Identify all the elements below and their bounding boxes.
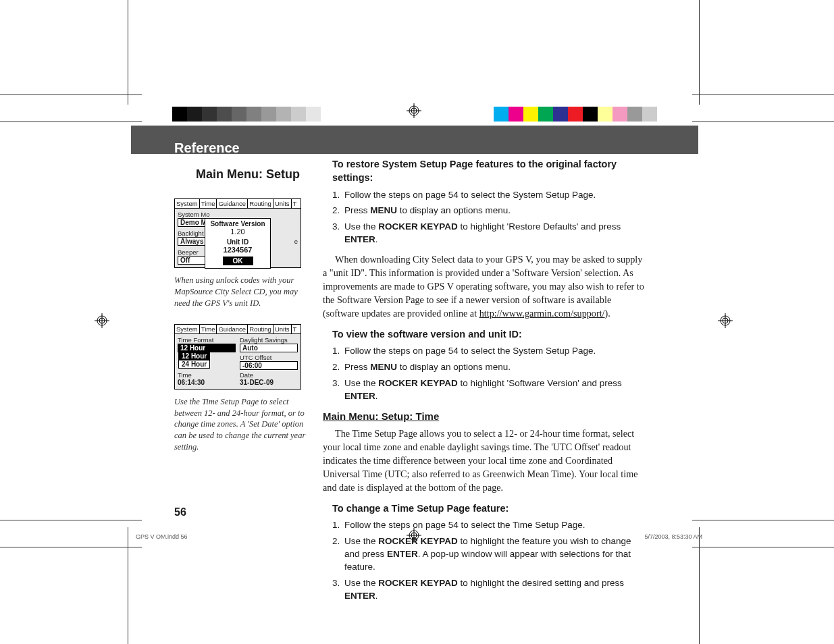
label: Time Format <box>178 336 236 344</box>
crop-mark <box>692 547 834 547</box>
gps-tab: System <box>175 199 200 208</box>
label: Date <box>240 371 298 379</box>
swatch <box>291 107 306 122</box>
instruction-list: 1.Follow the steps on page 54 to select … <box>332 345 647 403</box>
dst-field: Auto <box>240 344 298 352</box>
caption-2: Use the Time Setup Page to select betwee… <box>174 396 309 453</box>
footer-filename: GPS V OM.indd 56 <box>136 533 188 540</box>
list-item: 1.Follow the steps on page 54 to select … <box>332 519 647 532</box>
color-swatch-bar <box>494 107 657 122</box>
swatch <box>523 107 538 122</box>
swatch <box>627 107 642 122</box>
swatch <box>217 107 232 122</box>
gps-tab: T <box>292 325 298 333</box>
swatch <box>553 107 568 122</box>
crop-mark <box>692 95 834 95</box>
swatch <box>613 107 627 122</box>
gps-tab: System <box>175 325 200 333</box>
gps-tab: Routing <box>248 199 273 208</box>
swatch <box>568 107 583 122</box>
left-column: Main Menu: Setup SystemTimeGuidanceRouti… <box>174 167 309 468</box>
list-item: 3.Use the ROCKER KEYPAD to highlight 'So… <box>332 377 647 403</box>
registration-mark-icon <box>718 313 733 328</box>
gps-tab: Time <box>200 325 217 333</box>
gps-tab: Units <box>273 325 292 333</box>
unit-id-value: 1234567 <box>207 246 268 254</box>
crop-mark <box>128 527 128 644</box>
gps-tab: Time <box>200 199 217 208</box>
popup-title: Software Version <box>207 220 268 227</box>
date-value: 31-DEC-09 <box>240 379 298 386</box>
gps-tab: Guidance <box>217 325 248 333</box>
swatch <box>494 107 509 122</box>
right-column: To restore System Setup Page features to… <box>323 157 647 609</box>
gps-screenshot-software-version: SystemTimeGuidanceRoutingUnitsT System M… <box>174 198 301 268</box>
registration-mark-icon <box>407 103 421 118</box>
list-item: 3.Use the ROCKER KEYPAD to highlight 'Re… <box>332 221 647 246</box>
label: System Mo <box>178 211 210 218</box>
swatch <box>642 107 657 122</box>
label: Time <box>178 371 236 379</box>
swatch <box>202 107 217 122</box>
list-item: 2.Press MENU to display an options menu. <box>332 205 647 217</box>
page-subtitle: Main Menu: Setup <box>196 167 300 182</box>
support-url: http://www.garmin.com/support/ <box>479 308 605 319</box>
footer-timestamp: 5/7/2003, 8:53:30 AM <box>644 533 702 540</box>
gps-tab: Guidance <box>217 199 248 208</box>
crop-mark <box>0 547 142 547</box>
instruction-heading: To change a Time Setup Page feature: <box>332 502 647 515</box>
swatch <box>246 107 261 122</box>
list-item: 3.Use the ROCKER KEYPAD to highlight the… <box>332 577 647 603</box>
crop-mark <box>699 0 700 105</box>
software-version-value: 1.20 <box>207 227 268 236</box>
label: Daylight Savings <box>240 336 298 344</box>
swatch <box>232 107 246 122</box>
gps-screenshot-time-setup: SystemTimeGuidanceRoutingUnitsT Time For… <box>174 324 301 390</box>
utc-field: -06:00 <box>240 361 298 370</box>
caption-1: When using unlock codes with your MapSou… <box>174 275 309 309</box>
gps-tab: T <box>292 199 298 208</box>
time-format-dropdown: 12 Hour 24 Hour <box>178 352 210 369</box>
option-12-hour: 12 Hour <box>179 352 209 360</box>
gps-tab: Routing <box>248 325 273 333</box>
instruction-heading: To restore System Setup Page features to… <box>332 157 647 185</box>
crop-mark <box>0 95 142 95</box>
crop-mark <box>128 0 128 105</box>
list-item: 2.Use the ROCKER KEYPAD to highlight the… <box>332 535 647 574</box>
crop-mark <box>692 520 834 520</box>
body-paragraph: When downloading City Select data to you… <box>323 253 647 320</box>
instruction-heading: To view the software version and unit ID… <box>332 327 647 341</box>
ok-button: OK <box>223 257 253 265</box>
registration-mark-icon <box>95 313 109 328</box>
swatch <box>538 107 553 122</box>
crop-mark <box>0 520 142 520</box>
section-heading: Main Menu: Setup: Time <box>323 409 647 423</box>
swatch <box>187 107 202 122</box>
crop-mark <box>699 527 700 644</box>
page: Reference Main Menu: Setup SystemTimeGui… <box>0 0 834 644</box>
swatch <box>261 107 276 122</box>
swatch <box>306 107 321 122</box>
option-24-hour: 24 Hour <box>179 360 209 368</box>
time-value: 06:14:30 <box>178 379 236 386</box>
instruction-list: 1.Follow the steps on page 54 to select … <box>332 189 647 247</box>
label: UTC Offset <box>240 354 298 361</box>
swatch <box>321 107 336 122</box>
gps-tab: Units <box>273 199 292 208</box>
crop-mark <box>692 122 834 122</box>
swatch <box>598 107 613 122</box>
crop-mark <box>0 122 142 122</box>
swatch <box>583 107 598 122</box>
list-item: 1.Follow the steps on page 54 to select … <box>332 345 647 358</box>
section-header: Reference <box>174 140 240 156</box>
swatch <box>276 107 291 122</box>
unit-id-label: Unit ID <box>207 238 268 246</box>
page-number: 56 <box>174 506 186 518</box>
grayscale-swatch-bar <box>172 107 336 122</box>
swatch <box>172 107 187 122</box>
label: e <box>294 238 298 245</box>
body-paragraph: The Time Setup Page allows you to select… <box>323 427 647 494</box>
software-version-popup: Software Version 1.20 Unit ID 1234567 OK <box>205 218 271 269</box>
instruction-list: 1.Follow the steps on page 54 to select … <box>332 519 647 602</box>
list-item: 1.Follow the steps on page 54 to select … <box>332 189 647 202</box>
